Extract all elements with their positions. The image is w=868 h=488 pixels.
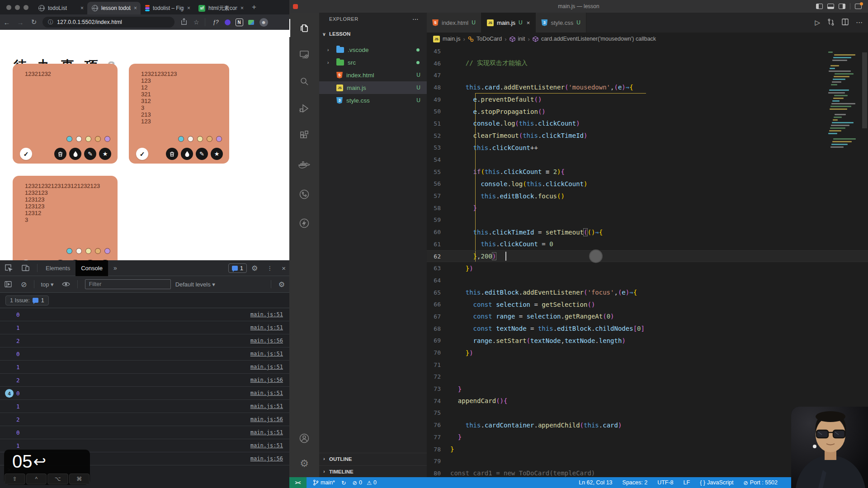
bookmark-star-icon[interactable]: ☆	[193, 19, 199, 26]
complete-check-button[interactable]: ✓	[136, 148, 148, 160]
star-icon[interactable]: ★	[211, 148, 223, 160]
run-file-icon[interactable]: ▷	[815, 19, 820, 27]
log-levels-dropdown[interactable]: Default levels ▾	[175, 281, 215, 288]
tab-close-icon[interactable]: ×	[187, 5, 190, 11]
docker-icon[interactable]	[289, 156, 319, 174]
browser-tab-4[interactable]: sfhtml元素content×	[194, 2, 247, 14]
source-link[interactable]: main.js:56	[250, 455, 283, 462]
editor-tab-main-js[interactable]: JSmain.jsU×	[481, 13, 536, 33]
extension-fq-icon[interactable]: ƒ?	[212, 19, 220, 26]
device-toolbar-icon[interactable]	[22, 264, 30, 272]
color-dot-3[interactable]	[197, 136, 203, 142]
source-link[interactable]: main.js:51	[250, 351, 283, 357]
eol-status[interactable]: LF	[684, 479, 690, 486]
complete-check-button[interactable]: ✓	[20, 148, 32, 160]
console-settings-icon[interactable]: ⚙	[278, 280, 285, 289]
address-bar[interactable]: ⓘ 127.0.0.1:5502/index.html	[42, 17, 175, 28]
editor-tab-style-css[interactable]: 3style.cssU	[536, 13, 586, 33]
context-selector[interactable]: top ▾	[41, 281, 53, 288]
customize-layout-icon[interactable]	[855, 4, 862, 9]
profile-avatar[interactable]: ☻	[259, 18, 268, 27]
breadcrumb-item[interactable]: init	[518, 36, 525, 42]
tab-close-icon[interactable]: ×	[241, 5, 244, 11]
browser-tab-2[interactable]: lesson todoList×	[87, 2, 141, 14]
remote-indicator[interactable]: ><	[289, 477, 307, 488]
color-dot-3[interactable]	[85, 136, 91, 142]
color-dot-4[interactable]	[207, 136, 212, 142]
devtools-close-icon[interactable]: ×	[282, 264, 286, 272]
back-button[interactable]: ←	[0, 19, 14, 26]
compare-changes-icon[interactable]	[827, 19, 835, 27]
edit-pencil-icon[interactable]: ✎	[84, 148, 96, 160]
breadcrumb-item[interactable]: ToDoCard	[476, 36, 502, 42]
color-dot-1[interactable]	[178, 136, 184, 142]
extensions-icon[interactable]	[289, 127, 319, 145]
clear-console-icon[interactable]: ⊘	[21, 280, 27, 289]
notion-extension-icon[interactable]: N	[236, 19, 243, 26]
forward-button[interactable]: →	[14, 19, 27, 26]
extension-purple-icon[interactable]	[224, 19, 231, 26]
color-drop-icon[interactable]	[69, 148, 81, 160]
source-link[interactable]: main.js:51	[250, 403, 283, 409]
source-link[interactable]: main.js:51	[250, 324, 283, 331]
encoding-status[interactable]: UTF-8	[657, 479, 673, 486]
outline-section[interactable]: › OUTLINE	[319, 453, 427, 465]
todo-card[interactable]: 1232123212312312123212312321231231231231…	[13, 176, 118, 260]
tab-console[interactable]: Console	[75, 260, 108, 276]
sidebar-item-mainjs[interactable]: JSmain.jsU	[319, 81, 427, 94]
source-link[interactable]: main.js:56	[250, 338, 283, 344]
card-text[interactable]: 12321232123123123213123213123	[141, 70, 177, 125]
console-filter-input[interactable]: Filter	[85, 279, 171, 289]
image-extension-icon[interactable]	[247, 19, 255, 26]
source-link[interactable]: main.js:51	[250, 364, 283, 370]
sidebar-item-src[interactable]: ›src	[319, 56, 427, 69]
color-drop-icon[interactable]	[181, 148, 193, 160]
tab-close-icon[interactable]: ×	[80, 5, 84, 11]
tab-close-icon[interactable]: ×	[134, 5, 137, 11]
delete-icon[interactable]	[166, 148, 178, 160]
star-icon[interactable]: ★	[99, 148, 111, 160]
more-actions-icon[interactable]: ⋯	[856, 19, 863, 27]
run-debug-icon[interactable]	[289, 99, 319, 117]
source-link[interactable]: main.js:51	[250, 429, 283, 436]
inspect-element-icon[interactable]	[5, 264, 13, 272]
color-dot-2[interactable]	[76, 248, 82, 254]
sidebar-item-vscode[interactable]: ›.vscode	[319, 43, 427, 56]
cursor-position-status[interactable]: Ln 62, Col 13	[579, 479, 612, 486]
thunder-client-icon[interactable]	[289, 214, 319, 232]
color-dot-4[interactable]	[95, 248, 101, 254]
console-messages-badge[interactable]: 1	[228, 263, 247, 273]
breadcrumb-item[interactable]: main.js	[443, 36, 461, 42]
todo-card[interactable]: 12321232123123123213123213123✓✎★	[129, 64, 229, 164]
minimap[interactable]	[828, 52, 857, 155]
color-dot-3[interactable]	[85, 248, 91, 254]
account-icon[interactable]	[289, 429, 319, 447]
source-link[interactable]: main.js:56	[250, 416, 283, 422]
toggle-secondary-sidebar-icon[interactable]	[839, 4, 845, 9]
color-dot-4[interactable]	[95, 136, 101, 142]
sync-status[interactable]: ↻	[341, 479, 346, 486]
indentation-status[interactable]: Spaces: 2	[623, 479, 648, 486]
source-link[interactable]: main.js:51	[250, 442, 283, 449]
language-mode-status[interactable]: { }JavaScript	[700, 479, 733, 486]
issues-chip[interactable]: 1 Issue: 1	[5, 296, 49, 305]
git-graph-icon[interactable]	[289, 185, 319, 203]
source-link[interactable]: main.js:56	[250, 377, 283, 383]
color-dot-1[interactable]	[66, 136, 72, 142]
devtools-settings-icon[interactable]: ⚙	[251, 264, 258, 272]
source-link[interactable]: main.js:51	[250, 311, 283, 318]
sidebar-item-stylecss[interactable]: 3style.cssU	[319, 94, 427, 107]
toggle-sidebar-icon[interactable]	[816, 4, 823, 9]
browser-tab-3[interactable]: todolist – Figma×	[141, 2, 194, 14]
settings-gear-icon[interactable]: ⚙	[289, 455, 319, 473]
url-text[interactable]: 127.0.0.1:5502/index.html	[57, 19, 122, 25]
explorer-icon[interactable]	[289, 19, 319, 37]
remote-explorer-icon[interactable]	[289, 45, 319, 63]
workspace-section[interactable]: ∨ LESSON	[319, 28, 427, 40]
color-dot-5[interactable]	[104, 248, 110, 254]
console-sidebar-icon[interactable]	[5, 281, 12, 287]
color-dot-5[interactable]	[216, 136, 222, 142]
problems-status[interactable]: ⊘0 ⚠0	[352, 479, 377, 486]
tab-elements[interactable]: Elements	[40, 260, 75, 276]
color-dot-5[interactable]	[104, 136, 110, 142]
